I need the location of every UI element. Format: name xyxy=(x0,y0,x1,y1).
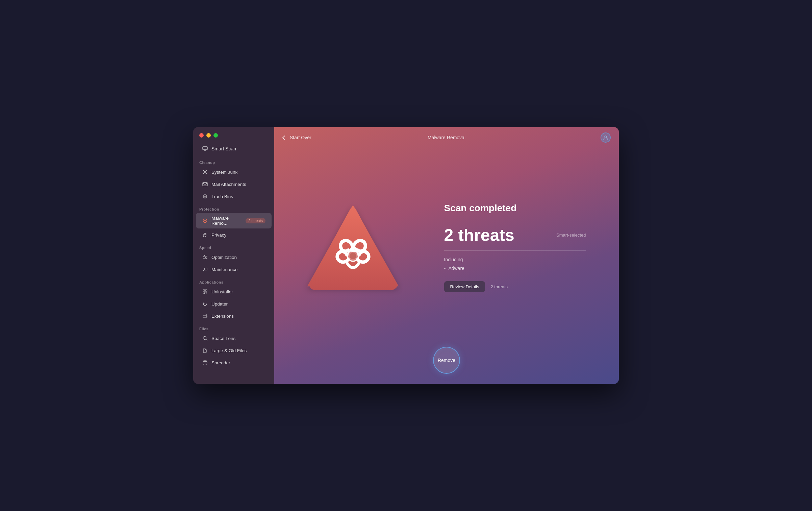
trash-bins-label: Trash Bins xyxy=(211,194,233,199)
extensions-label: Extensions xyxy=(211,314,234,319)
smart-scan-label: Smart Scan xyxy=(211,146,236,151)
sidebar-item-smart-scan[interactable]: Smart Scan xyxy=(196,142,272,155)
minimize-button[interactable] xyxy=(206,133,211,138)
info-panel: Scan completed 2 threats Smart-selected … xyxy=(444,203,586,292)
including-label: Including xyxy=(444,257,586,262)
svg-line-21 xyxy=(206,339,207,341)
malware-badge: 2 threats xyxy=(246,218,265,223)
sidebar-item-updater[interactable]: Updater xyxy=(196,298,272,310)
svg-rect-0 xyxy=(203,147,207,150)
sidebar-item-maintenance[interactable]: Maintenance xyxy=(196,264,272,275)
svg-line-23 xyxy=(204,363,204,365)
shredder-label: Shredder xyxy=(211,360,230,365)
sidebar: Smart Scan Cleanup System Junk Mail Atta… xyxy=(193,127,274,384)
space-lens-label: Space Lens xyxy=(211,336,235,341)
adware-label: Adware xyxy=(448,266,464,271)
large-old-files-label: Large & Old Files xyxy=(211,348,247,353)
system-junk-label: System Junk xyxy=(211,170,237,175)
bottom-area: Remove xyxy=(274,347,619,384)
applications-section-label: Applications xyxy=(193,275,274,286)
maximize-button[interactable] xyxy=(213,133,218,138)
traffic-lights xyxy=(193,127,274,142)
smart-selected-label: Smart-selected xyxy=(556,233,586,238)
biohazard-small-icon xyxy=(202,218,208,224)
privacy-label: Privacy xyxy=(211,233,226,238)
malware-removal-label: Malware Remo... xyxy=(211,216,242,226)
app-window: Smart Scan Cleanup System Junk Mail Atta… xyxy=(193,127,619,384)
sidebar-item-large-old-files[interactable]: Large & Old Files xyxy=(196,345,272,356)
wrench-icon xyxy=(202,266,208,272)
updater-label: Updater xyxy=(211,301,228,307)
sidebar-item-malware-removal[interactable]: Malware Remo... 2 threats xyxy=(196,213,272,228)
shredder-icon xyxy=(202,360,208,366)
sidebar-item-space-lens[interactable]: Space Lens xyxy=(196,333,272,344)
svg-point-27 xyxy=(605,136,607,138)
mail-icon xyxy=(202,181,208,187)
monitor-icon xyxy=(202,146,208,152)
sidebar-item-extensions[interactable]: Extensions xyxy=(196,310,272,322)
svg-point-12 xyxy=(204,256,205,257)
remove-button[interactable]: Remove xyxy=(433,347,460,374)
svg-point-3 xyxy=(204,171,206,173)
content-area: Scan completed 2 threats Smart-selected … xyxy=(274,148,619,347)
uninstaller-icon xyxy=(202,289,208,295)
svg-point-13 xyxy=(205,258,206,259)
svg-point-8 xyxy=(204,220,206,221)
threat-item-adware: Adware xyxy=(444,265,586,272)
sliders-icon xyxy=(202,254,208,260)
back-label: Start Over xyxy=(290,135,311,140)
divider-2 xyxy=(444,250,586,251)
biohazard-icon xyxy=(301,195,405,300)
svg-point-29 xyxy=(350,252,356,259)
uninstaller-label: Uninstaller xyxy=(211,289,233,294)
threats-row: 2 threats Smart-selected xyxy=(444,227,586,244)
divider-1 xyxy=(444,220,586,220)
scan-completed-title: Scan completed xyxy=(444,203,586,214)
main-content: Start Over Malware Removal xyxy=(274,127,619,384)
hand-icon xyxy=(202,232,208,238)
back-button[interactable]: Start Over xyxy=(282,135,311,140)
threats-count: 2 threats xyxy=(444,227,514,244)
action-row: Review Details 2 threats xyxy=(444,281,586,292)
maintenance-label: Maintenance xyxy=(211,267,237,272)
svg-line-25 xyxy=(206,363,206,365)
svg-rect-14 xyxy=(203,290,205,291)
review-threats-note: 2 threats xyxy=(490,284,508,289)
svg-rect-5 xyxy=(204,195,206,198)
avatar[interactable] xyxy=(601,132,611,143)
gear-icon xyxy=(202,169,208,175)
titlebar: Start Over Malware Removal xyxy=(274,127,619,148)
speed-section-label: Speed xyxy=(193,241,274,251)
trash-icon xyxy=(202,193,208,199)
review-details-button[interactable]: Review Details xyxy=(444,281,485,292)
svg-rect-16 xyxy=(203,292,205,294)
biohazard-container xyxy=(301,195,405,300)
sidebar-item-privacy[interactable]: Privacy xyxy=(196,229,272,241)
svg-rect-4 xyxy=(203,182,207,186)
svg-rect-26 xyxy=(204,361,206,362)
mail-attachments-label: Mail Attachments xyxy=(211,182,246,187)
updater-icon xyxy=(202,301,208,307)
window-title: Malware Removal xyxy=(428,135,465,140)
extensions-icon xyxy=(202,313,208,319)
sidebar-item-system-junk[interactable]: System Junk xyxy=(196,166,272,178)
cleanup-section-label: Cleanup xyxy=(193,156,274,166)
optimization-label: Optimization xyxy=(211,255,237,260)
sidebar-item-trash-bins[interactable]: Trash Bins xyxy=(196,191,272,202)
sidebar-item-shredder[interactable]: Shredder xyxy=(196,357,272,368)
svg-rect-15 xyxy=(205,290,207,291)
files-icon xyxy=(202,347,208,354)
svg-rect-19 xyxy=(203,315,206,318)
lens-icon xyxy=(202,335,208,341)
sidebar-item-optimization[interactable]: Optimization xyxy=(196,251,272,263)
sidebar-item-uninstaller[interactable]: Uninstaller xyxy=(196,286,272,297)
sidebar-item-mail-attachments[interactable]: Mail Attachments xyxy=(196,178,272,190)
files-section-label: Files xyxy=(193,322,274,332)
close-button[interactable] xyxy=(199,133,204,138)
protection-section-label: Protection xyxy=(193,202,274,213)
